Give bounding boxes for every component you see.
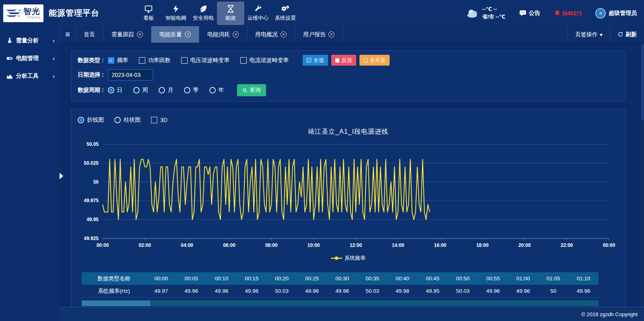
filled-square-icon: [335, 58, 339, 62]
tab-actions-label: 页签操作: [575, 31, 598, 38]
radio-icon[interactable]: [114, 117, 121, 123]
svg-text:08:00: 08:00: [265, 242, 278, 248]
tabbar-spacer: [343, 26, 568, 43]
sidebar-item-label: 需量分析: [16, 37, 39, 44]
table-cell: 50.03: [267, 285, 297, 297]
user-menu[interactable]: ≡ 超级管理员: [595, 8, 637, 19]
sidebar-item-energy-management[interactable]: 电能管理 ‹: [0, 50, 60, 67]
chart-title: 靖江圣立_A1_I段电源进线: [77, 128, 619, 136]
notification-button[interactable]: (64527): [554, 10, 582, 17]
radio-icon[interactable]: [159, 87, 165, 93]
nav-item-system-settings[interactable]: 系统设置: [272, 2, 299, 25]
close-icon[interactable]: ×: [233, 31, 239, 37]
tab-label: 首页: [84, 31, 95, 38]
table-header-cell: 01:10: [568, 272, 599, 285]
checkbox-frequency[interactable]: ✓ 频率: [108, 57, 128, 64]
tab-energy-consumption[interactable]: 电能消耗 ×: [199, 26, 247, 43]
radio-selected-icon[interactable]: [108, 87, 114, 93]
close-icon[interactable]: ×: [137, 31, 143, 37]
chart-container: 50.0550.0255049.97549.9549.92500:0002:00…: [77, 139, 619, 254]
table-cell: 49.96: [568, 285, 599, 297]
radio-icon[interactable]: [184, 87, 190, 93]
table-cell: 50.03: [448, 285, 478, 297]
radio-line-chart[interactable]: 折线图: [78, 116, 104, 124]
sidebar-item-analysis-tools[interactable]: 分析工具 ‹: [0, 67, 60, 85]
tab-home[interactable]: 首页: [76, 26, 103, 43]
close-icon[interactable]: ×: [328, 31, 334, 37]
checkbox-icon[interactable]: [151, 117, 157, 123]
table-row: 系统频率(Hz)49.9749.9649.9649.9650.0349.9649…: [82, 285, 599, 298]
select-all-button[interactable]: ✓ 全选: [303, 55, 328, 66]
checkbox-icon[interactable]: [139, 57, 145, 64]
close-icon[interactable]: ×: [185, 31, 191, 37]
svg-text:14:00: 14:00: [392, 242, 404, 248]
close-icon[interactable]: ×: [281, 31, 287, 37]
frequency-chart-svg: 50.0550.0255049.97549.9549.92500:0002:00…: [77, 139, 616, 252]
table-cell: 49.96: [237, 285, 267, 297]
checkbox-3d[interactable]: 3D: [151, 117, 167, 123]
tab-demand-tracking[interactable]: 需量跟踪 ×: [103, 26, 151, 43]
battery-icon: [6, 55, 13, 62]
radio-week[interactable]: 周: [133, 87, 148, 94]
logo-subtext: Zhiguang: [23, 16, 40, 19]
app-header: 智光 Zhiguang 能源管理平台 看板 智能电网 安全用电 能效 运维中心: [0, 0, 644, 26]
scrollbar-thumb[interactable]: [82, 300, 150, 306]
cloud-icon: [466, 8, 480, 19]
query-button[interactable]: 查询: [237, 84, 266, 96]
weather-temp: --℃ --: [482, 6, 506, 13]
refresh-icon: [617, 31, 623, 37]
table-header-cell: 00:45: [417, 272, 448, 285]
radio-bar-chart[interactable]: 柱状图: [114, 116, 140, 124]
radio-quarter[interactable]: 季: [184, 87, 199, 94]
vertical-scrollbar[interactable]: [641, 43, 644, 307]
tab-label: 用户报告: [303, 31, 326, 38]
tab-actions-dropdown[interactable]: 页签操作 ▾: [568, 26, 610, 43]
nav-item-safe-power[interactable]: 安全用电: [190, 2, 217, 25]
radio-day[interactable]: 日: [108, 87, 123, 94]
sidebar-item-demand-analysis[interactable]: 需量分析 ‹: [0, 32, 60, 50]
checkbox-power-factor[interactable]: 功率因数: [139, 57, 171, 64]
chart-legend[interactable]: 系统频率: [77, 255, 619, 262]
date-row: 日期选择 :: [78, 69, 619, 81]
horizontal-scrollbar[interactable]: [82, 300, 599, 306]
announcement-button[interactable]: 公告: [519, 10, 540, 17]
checkbox-icon[interactable]: [240, 57, 247, 64]
nav-item-smart-grid[interactable]: 智能电网: [162, 2, 190, 25]
radio-selected-icon[interactable]: [78, 117, 84, 123]
table-cell: 50: [538, 285, 568, 297]
checkbox-icon[interactable]: [181, 57, 188, 64]
date-input[interactable]: [108, 69, 153, 81]
select-all-label: 全选: [314, 57, 324, 64]
refresh-button[interactable]: 刷新: [610, 26, 644, 43]
radio-icon[interactable]: [133, 87, 140, 93]
select-none-button[interactable]: 全不选: [359, 55, 390, 66]
table-header-cell: 01:00: [508, 272, 538, 285]
tab-user-report[interactable]: 用户报告 ×: [295, 26, 343, 43]
table-header-cell: 00:30: [327, 272, 357, 285]
nav-item-energy-efficiency[interactable]: 能效: [217, 2, 244, 25]
scrollbar-thumb[interactable]: [641, 44, 644, 120]
svg-text:49.975: 49.975: [84, 198, 99, 203]
radio-label: 折线图: [87, 116, 104, 124]
table-cell: 49.97: [146, 285, 176, 297]
table-cell: 49.96: [176, 285, 206, 297]
chevron-left-icon: ‹: [53, 55, 55, 62]
radio-icon[interactable]: [209, 87, 216, 93]
checkbox-current-thd[interactable]: 电流谐波畸变率: [240, 57, 289, 64]
invert-selection-button[interactable]: 反选: [331, 55, 356, 66]
radio-year[interactable]: 年: [209, 87, 224, 94]
radio-month[interactable]: 月: [159, 87, 173, 94]
tab-power-quality[interactable]: 电能质量 ×: [151, 26, 199, 43]
notification-count: (64527): [562, 10, 582, 17]
caret-down-icon: ▾: [600, 31, 603, 38]
hamburger-menu-icon[interactable]: ≡: [60, 26, 76, 43]
nav-item-ops-center[interactable]: 运维中心: [244, 2, 272, 25]
nav-item-dashboard[interactable]: 看板: [135, 2, 162, 25]
svg-text:18:00: 18:00: [476, 242, 489, 248]
checkbox-checked-icon[interactable]: ✓: [108, 57, 114, 64]
checkbox-voltage-thd[interactable]: 电压谐波畸变率: [181, 57, 230, 64]
header-right: --℃ -- 省/市 --℃ 公告 (64527) ≡ 超级管理员: [466, 6, 644, 21]
sidebar-collapse-handle[interactable]: [60, 173, 63, 179]
tab-power-overview[interactable]: 用电概况 ×: [247, 26, 295, 43]
table-header-cell: 00:40: [388, 272, 418, 285]
